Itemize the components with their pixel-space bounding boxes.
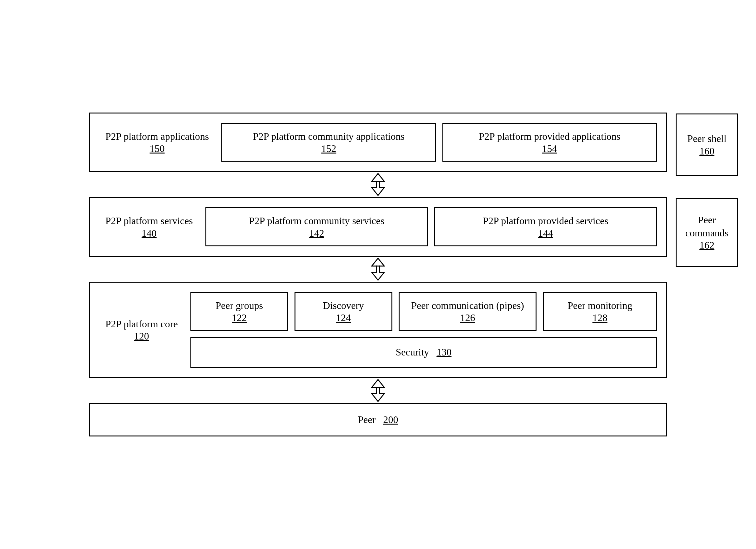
peer-shell-number: 160 <box>699 145 714 157</box>
peer-commands-label: Peer commands <box>684 214 729 239</box>
peer-commands-number: 162 <box>699 239 714 251</box>
core-left-label: P2P platform core 120 <box>99 292 184 368</box>
services-center: P2P platform community services 142 P2P … <box>205 207 657 246</box>
provided-services-label: P2P platform provided services <box>483 214 608 228</box>
core-layer: P2P platform core 120 Peer groups 122 Di… <box>89 282 667 378</box>
security-label: Security 130 <box>396 346 452 359</box>
peer-side-boxes: Peer shell 160 <box>676 113 738 176</box>
app-center: P2P platform community applications 152 … <box>221 123 657 162</box>
community-apps-label: P2P platform community applications <box>253 130 405 143</box>
peer-comm-box: Peer communication (pipes) 126 <box>399 292 537 331</box>
peer-shell-label: Peer shell <box>687 132 726 145</box>
discovery-label: Discovery <box>323 299 364 312</box>
peer-layer: Peer 200 <box>89 403 667 437</box>
discovery-box: Discovery 124 <box>295 292 392 331</box>
app-platform-number: 150 <box>105 143 209 154</box>
peer-commands-side: Peer commands 162 <box>676 198 738 267</box>
svg-marker-3 <box>372 266 384 280</box>
architecture-diagram: P2P platform applications 150 P2P platfo… <box>34 113 722 437</box>
arrow-services-core <box>89 257 667 282</box>
app-services-section: P2P platform applications 150 P2P platfo… <box>89 113 667 257</box>
services-platform-label: P2P platform services <box>105 214 193 228</box>
provided-apps-label: P2P platform provided applications <box>479 130 620 143</box>
security-number: 130 <box>436 346 451 358</box>
peer-commands-box: Peer commands 162 <box>676 198 738 267</box>
services-layer: P2P platform services 140 P2P platform c… <box>89 197 667 257</box>
app-platform-label: P2P platform applications <box>105 130 209 143</box>
peer-monitoring-label: Peer monitoring <box>567 299 632 312</box>
double-arrow-2 <box>365 257 391 282</box>
services-left-label: P2P platform services 140 <box>99 207 199 246</box>
peer-monitoring-number: 128 <box>592 312 607 324</box>
arrow-core-peer <box>89 378 667 403</box>
provided-services-number: 144 <box>538 228 553 239</box>
core-right-boxes: Peer groups 122 Discovery 124 Peer commu… <box>190 292 657 368</box>
svg-marker-1 <box>372 181 384 195</box>
peer-groups-number: 122 <box>232 312 247 324</box>
community-services-label: P2P platform community services <box>249 214 384 228</box>
core-top-row: P2P platform core 120 Peer groups 122 Di… <box>99 292 657 368</box>
discovery-number: 124 <box>336 312 351 324</box>
applications-layer: P2P platform applications 150 P2P platfo… <box>89 113 667 172</box>
community-apps-number: 152 <box>321 143 336 154</box>
provided-apps-box: P2P platform provided applications 154 <box>442 123 657 162</box>
double-arrow-1 <box>365 172 391 197</box>
peer-label: Peer 200 <box>358 413 398 426</box>
security-box: Security 130 <box>190 337 657 368</box>
core-inner-row: Peer groups 122 Discovery 124 Peer commu… <box>190 292 657 331</box>
community-apps-box: P2P platform community applications 152 <box>221 123 436 162</box>
peer-comm-label: Peer communication (pipes) <box>411 299 524 312</box>
peer-monitoring-box: Peer monitoring 128 <box>543 292 657 331</box>
peer-shell-box: Peer shell 160 <box>676 113 738 176</box>
peer-groups-box: Peer groups 122 <box>190 292 288 331</box>
peer-comm-number: 126 <box>460 312 475 324</box>
community-services-box: P2P platform community services 142 <box>205 207 428 246</box>
provided-apps-number: 154 <box>542 143 557 154</box>
svg-marker-5 <box>372 387 384 401</box>
community-services-number: 142 <box>309 228 324 239</box>
peer-groups-label: Peer groups <box>215 299 263 312</box>
double-arrow-3 <box>365 378 391 403</box>
core-platform-number: 120 <box>105 330 178 342</box>
services-platform-number: 140 <box>105 228 193 239</box>
arrow-apps-services <box>89 172 667 197</box>
peer-number: 200 <box>383 414 398 425</box>
core-platform-label: P2P platform core <box>105 318 178 331</box>
app-left-label: P2P platform applications 150 <box>99 123 215 162</box>
provided-services-box: P2P platform provided services 144 <box>434 207 657 246</box>
layers-wrapper: P2P platform applications 150 P2P platfo… <box>89 113 667 437</box>
